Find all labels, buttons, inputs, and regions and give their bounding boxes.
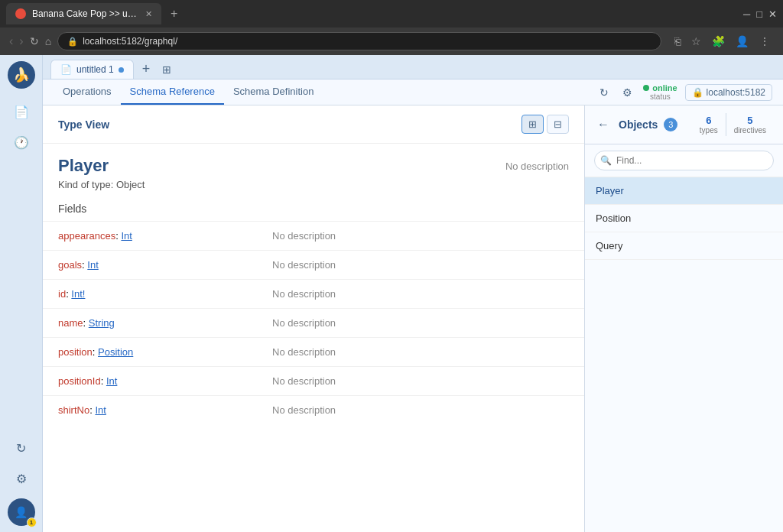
field-appearances-desc: No description (272, 230, 336, 242)
profile-icon[interactable]: 👤 (732, 33, 752, 50)
sidebar-item-settings[interactable]: ⚙ (8, 465, 35, 492)
menu-icon[interactable]: ⋮ (755, 33, 774, 50)
field-shirtno-desc: No description (272, 404, 336, 416)
view-toggle-grid[interactable]: ⊞ (521, 115, 544, 134)
types-count-item[interactable]: 6 types (692, 113, 726, 136)
tab-operations[interactable]: Operations (54, 79, 121, 105)
field-id-type-link[interactable]: Int! (71, 288, 85, 300)
home-button[interactable]: ⌂ (45, 35, 51, 47)
status-label: status (650, 92, 671, 101)
app-container: 🍌 📄 🕐 ↻ ⚙ 👤 1 📄 untitled 1 + ⊞ Operation… (0, 55, 783, 532)
object-item-position[interactable]: Position (585, 205, 783, 232)
content-area: Type View ⊞ ⊟ Player Kind of type: Objec… (43, 105, 783, 532)
gear-button[interactable]: ⚙ (619, 83, 635, 102)
online-label: online (652, 83, 677, 92)
tab-schema-reference[interactable]: Schema Reference (121, 79, 224, 105)
field-row-shirtno: shirtNo: Int No description (43, 395, 584, 424)
doc-tab-file-icon: 📄 (60, 64, 72, 75)
sidebar-item-history[interactable]: 🕐 (8, 128, 35, 156)
user-avatar[interactable]: 👤 1 (8, 498, 35, 526)
field-name-desc: No description (272, 317, 336, 329)
nav-tabs: Operations Schema Reference Schema Defin… (43, 79, 783, 105)
address-lock-icon: 🔒 (67, 37, 78, 47)
field-positionid-type-link[interactable]: Int (106, 375, 117, 387)
user-notification-badge: 1 (27, 517, 37, 527)
schema-view: Type View ⊞ ⊟ Player Kind of type: Objec… (43, 105, 584, 532)
field-name-type-link[interactable]: String (89, 317, 115, 329)
new-tab-button[interactable]: + (166, 5, 182, 22)
tab-close-icon[interactable]: ✕ (145, 9, 152, 19)
window-controls: ─ □ ✕ (743, 8, 777, 20)
doc-tab[interactable]: 📄 untitled 1 (50, 60, 134, 79)
field-row-position: position: Position No description (43, 337, 584, 366)
rotate-button[interactable]: ↻ (596, 83, 612, 102)
browser-toolbar-icons: ⎗ ☆ 🧩 👤 ⋮ (671, 33, 774, 50)
sidebar-item-refresh[interactable]: ↻ (8, 434, 35, 462)
type-info-left: Player Kind of type: Object (58, 156, 145, 190)
field-goals-name: goals: Int (58, 259, 272, 271)
objects-badge: 3 (664, 118, 677, 131)
field-shirtno-type-link[interactable]: Int (95, 404, 106, 416)
reload-button[interactable]: ↻ (30, 35, 39, 47)
directives-count-item[interactable]: 5 directives (726, 113, 774, 136)
browser-tab[interactable]: Banana Cake Pop >> untitled 1 ✕ (6, 3, 161, 24)
field-row-goals: goals: Int No description (43, 250, 584, 279)
search-wrapper: 🔍 (594, 151, 774, 170)
field-goals-desc: No description (272, 259, 336, 271)
types-count-num: 6 (700, 115, 718, 126)
doc-menu-button[interactable]: ⊞ (158, 62, 175, 77)
address-bar: ‹ › ↻ ⌂ 🔒 localhost:5182/graphql/ ⎗ ☆ 🧩 … (0, 28, 783, 55)
share-icon[interactable]: ⎗ (671, 33, 684, 50)
server-url: localhost:5182 (707, 87, 765, 98)
extension-icon[interactable]: 🧩 (708, 33, 729, 50)
types-count-label: types (700, 126, 718, 135)
fields-header: Fields (43, 196, 584, 218)
field-row-appearances: appearances: Int No description (43, 221, 584, 250)
field-position-type-link[interactable]: Position (98, 346, 133, 358)
main-content: 📄 untitled 1 + ⊞ Operations Schema Refer… (43, 55, 783, 532)
field-position-name: position: Position (58, 346, 272, 358)
forward-nav-button[interactable]: › (19, 34, 23, 48)
address-url: localhost:5182/graphql/ (83, 36, 177, 47)
field-positionid-name: positionId: Int (58, 375, 272, 387)
type-info-section: Player Kind of type: Object No descripti… (43, 144, 584, 196)
objects-list: Player Position Query (585, 177, 783, 532)
field-shirtno-name: shirtNo: Int (58, 404, 272, 416)
right-panel: ← Objects 3 6 types 5 directives (584, 105, 783, 532)
lock-icon: 🔒 (692, 87, 703, 98)
field-appearances-name: appearances: Int (58, 230, 272, 242)
close-icon[interactable]: ✕ (768, 8, 777, 20)
left-sidebar: 🍌 📄 🕐 ↻ ⚙ 👤 1 (0, 55, 43, 532)
doc-tab-dot (119, 67, 124, 73)
back-button[interactable]: ← (594, 116, 612, 133)
tab-schema-definition[interactable]: Schema Definition (224, 79, 323, 105)
maximize-icon[interactable]: □ (756, 8, 762, 20)
type-kind: Kind of type: Object (58, 179, 145, 190)
new-doc-button[interactable]: + (138, 60, 154, 79)
field-id-desc: No description (272, 288, 336, 300)
right-panel-header: ← Objects 3 6 types 5 directives (585, 105, 783, 144)
back-nav-button[interactable]: ‹ (9, 34, 13, 48)
type-view-title: Type View (58, 118, 109, 131)
type-name: Player (58, 156, 145, 176)
field-row-positionid: positionId: Int No description (43, 366, 584, 395)
bookmark-icon[interactable]: ☆ (687, 33, 705, 50)
field-goals-type-link[interactable]: Int (87, 259, 98, 271)
view-toggle: ⊞ ⊟ (521, 115, 569, 134)
view-toggle-list[interactable]: ⊟ (547, 115, 569, 134)
sidebar-item-documents[interactable]: 📄 (8, 98, 35, 125)
field-position-desc: No description (272, 346, 336, 358)
object-item-query[interactable]: Query (585, 232, 783, 260)
browser-chrome: Banana Cake Pop >> untitled 1 ✕ + ─ □ ✕ (0, 0, 783, 28)
online-status: online status (643, 83, 677, 101)
search-icon: 🔍 (600, 155, 612, 166)
directives-count-label: directives (734, 126, 766, 135)
object-item-player[interactable]: Player (585, 177, 783, 205)
server-link[interactable]: 🔒 localhost:5182 (685, 84, 772, 101)
address-input-box[interactable]: 🔒 localhost:5182/graphql/ (57, 32, 661, 50)
minimize-icon[interactable]: ─ (743, 8, 750, 20)
app-logo[interactable]: 🍌 (8, 61, 35, 89)
search-input[interactable] (594, 151, 774, 170)
search-box: 🔍 (585, 144, 783, 177)
field-appearances-type-link[interactable]: Int (121, 230, 132, 242)
